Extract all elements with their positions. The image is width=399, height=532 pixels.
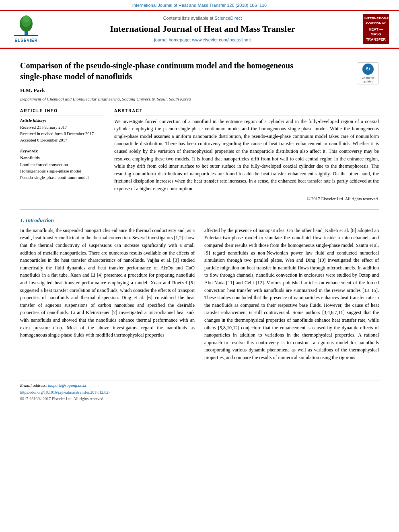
footer-area: E-mail address: hmpark@sogang.ac.kr http… xyxy=(20,380,379,402)
author-affiliation: Department of Chemical and Biomolecular … xyxy=(20,96,379,102)
journal-header: ELSEVIER Contents lists available at Sci… xyxy=(0,10,399,48)
top-journal-ref: International Journal of Heat and Mass T… xyxy=(0,0,399,10)
keyword-4: Pseudo-single-phase continuum model xyxy=(20,175,105,181)
check-updates-icon: ↻ xyxy=(362,64,374,75)
keywords-block: Keywords: Nanofluids Laminar forced conv… xyxy=(20,148,105,181)
elsevier-wordmark: ELSEVIER xyxy=(14,38,37,43)
abstract-header: ABSTRACT xyxy=(114,108,379,115)
article-info-col: ARTICLE INFO Article history: Received 2… xyxy=(20,108,105,202)
author-name: H.M. Park xyxy=(20,87,379,94)
keyword-2: Laminar forced convection xyxy=(20,162,105,168)
journal-badge-area: INTERNATIONAL JOURNAL OF HEAT — MASSTRAN… xyxy=(361,14,391,44)
intro-left-text: In the nanofluids, the suspended nanopar… xyxy=(20,227,195,339)
science-direct-link[interactable]: ScienceDirect xyxy=(214,16,242,21)
elsevier-logo-area: ELSEVIER xyxy=(8,14,44,44)
received-date: Received 21 February 2017 xyxy=(20,124,105,131)
paper-title: Comparison of the pseudo-single-phase co… xyxy=(20,60,294,82)
intro-right-text: affected by the presence of nanoparticle… xyxy=(204,227,379,362)
svg-rect-4 xyxy=(14,35,38,36)
journal-homepage: journal homepage: www.elsevier.com/locat… xyxy=(154,37,251,43)
introduction-title: 1. Introduction xyxy=(20,217,379,224)
svg-point-3 xyxy=(23,15,29,23)
title-area: ↻ Check for updates Comparison of the ps… xyxy=(20,60,379,87)
email-link[interactable]: hmpark@sogang.ac.kr xyxy=(48,383,87,388)
section-divider xyxy=(20,209,379,210)
introduction-body: In the nanofluids, the suspended nanopar… xyxy=(20,227,379,364)
journal-homepage-url[interactable]: www.elsevier.com/locate/ijhmt xyxy=(192,37,251,42)
footer-issn: 0017-9310/© 2017 Elsevier Ltd. All right… xyxy=(20,396,379,402)
science-direct-line: Contents lists available at ScienceDirec… xyxy=(163,15,242,21)
check-updates-badge: ↻ Check for updates xyxy=(357,62,379,84)
elsevier-tree-icon xyxy=(14,15,38,37)
abstract-text: We investigate forced convection of a na… xyxy=(114,118,379,193)
accepted-date: Accepted 6 December 2017 xyxy=(20,137,105,144)
keyword-1: Nanofluids xyxy=(20,155,105,161)
abstract-col: ABSTRACT We investigate forced convectio… xyxy=(114,108,379,202)
article-info-header: ARTICLE INFO xyxy=(20,108,105,115)
main-content: ↻ Check for updates Comparison of the ps… xyxy=(0,49,399,372)
footer-doi[interactable]: https://doi.org/10.1016/j.ijheatmasstran… xyxy=(20,390,379,395)
journal-title: International Journal of Heat and Mass T… xyxy=(110,23,295,35)
journal-title-area: Contents lists available at ScienceDirec… xyxy=(48,14,357,44)
intro-left-col: In the nanofluids, the suspended nanopar… xyxy=(20,227,195,364)
keywords-label: Keywords: xyxy=(20,148,105,154)
intro-right-col: affected by the presence of nanoparticle… xyxy=(204,227,379,364)
info-abstract-section: ARTICLE INFO Article history: Received 2… xyxy=(20,108,379,202)
article-history-block: Article history: Received 21 February 20… xyxy=(20,118,105,144)
history-label: Article history: xyxy=(20,118,105,124)
keyword-3: Homogeneous single-phase model xyxy=(20,168,105,174)
copyright-line: © 2017 Elsevier Ltd. All rights reserved… xyxy=(114,196,379,202)
revised-date: Received in revised form 6 December 2017 xyxy=(20,131,105,137)
journal-badge: INTERNATIONAL JOURNAL OF HEAT — MASSTRAN… xyxy=(363,14,389,44)
footer-email: E-mail address: hmpark@sogang.ac.kr xyxy=(20,383,379,389)
